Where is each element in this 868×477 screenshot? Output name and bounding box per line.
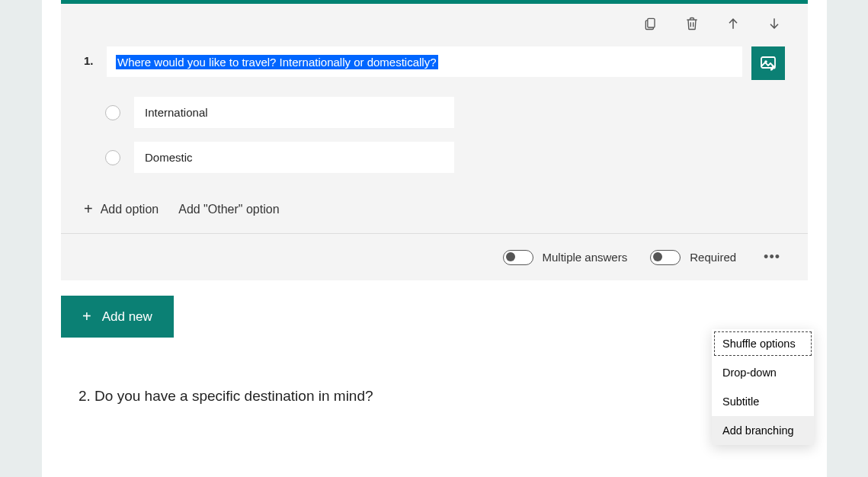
- radio-icon: [105, 150, 120, 165]
- svg-rect-0: [648, 18, 655, 27]
- menu-item-add-branching[interactable]: Add branching: [712, 416, 814, 445]
- question-footer: Multiple answers Required •••: [61, 233, 808, 280]
- add-new-label: Add new: [102, 309, 152, 325]
- add-option-label: Add option: [101, 203, 159, 216]
- question-text: Where would you like to travel? Internat…: [116, 55, 438, 69]
- option-row: International: [105, 97, 785, 128]
- option-input[interactable]: Domestic: [134, 142, 454, 173]
- add-option-button[interactable]: + Add option: [84, 200, 159, 218]
- more-options-menu: Shuffle options Drop-down Subtitle Add b…: [712, 329, 814, 445]
- question-toolbar: [61, 4, 808, 39]
- menu-item-shuffle[interactable]: Shuffle options: [712, 329, 814, 358]
- form-container: 1. Where would you like to travel? Inter…: [42, 0, 827, 477]
- radio-icon: [105, 105, 120, 120]
- add-new-button[interactable]: + Add new: [61, 296, 174, 338]
- question-card: 1. Where would you like to travel? Inter…: [61, 0, 808, 280]
- menu-item-subtitle[interactable]: Subtitle: [712, 387, 814, 416]
- multiple-answers-toggle[interactable]: [503, 250, 533, 265]
- move-up-icon[interactable]: [724, 14, 742, 33]
- options-list: International Domestic: [61, 80, 808, 194]
- required-toggle[interactable]: [650, 250, 681, 265]
- menu-item-dropdown[interactable]: Drop-down: [712, 358, 814, 387]
- question-number: 1.: [84, 46, 98, 67]
- move-down-icon[interactable]: [765, 14, 783, 33]
- required-label: Required: [690, 251, 736, 264]
- copy-icon[interactable]: [642, 14, 660, 33]
- trash-icon[interactable]: [683, 14, 701, 33]
- plus-icon: +: [82, 308, 91, 325]
- multiple-answers-toggle-group: Multiple answers: [503, 250, 628, 265]
- option-input[interactable]: International: [134, 97, 454, 128]
- question-header: 1. Where would you like to travel? Inter…: [61, 39, 808, 80]
- required-toggle-group: Required: [650, 250, 736, 265]
- option-row: Domestic: [105, 142, 785, 173]
- multiple-answers-label: Multiple answers: [543, 251, 628, 264]
- add-other-button[interactable]: Add "Other" option: [178, 203, 279, 216]
- insert-media-button[interactable]: [751, 46, 785, 80]
- question-text-input[interactable]: Where would you like to travel? Internat…: [107, 46, 742, 77]
- add-option-row: + Add option Add "Other" option: [61, 194, 808, 233]
- more-options-button[interactable]: •••: [759, 246, 785, 268]
- plus-icon: +: [84, 200, 93, 218]
